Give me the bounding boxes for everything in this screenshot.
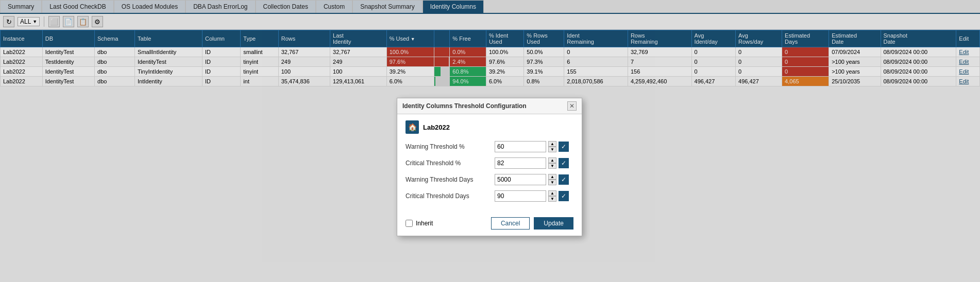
modal-overlay: Identity Columns Threshold Configuration… bbox=[0, 0, 980, 86]
